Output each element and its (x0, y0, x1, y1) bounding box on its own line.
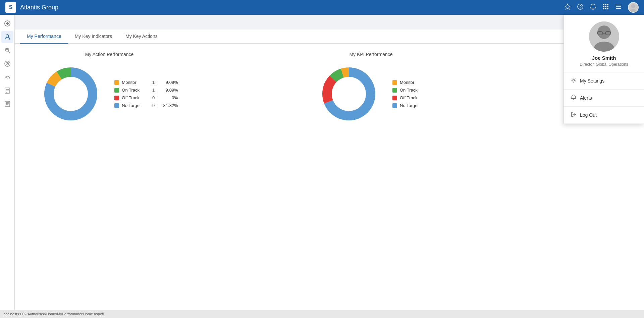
legend-count-monitor: 1 (148, 80, 155, 85)
tab-my-key-indicators[interactable]: My Key Indicators (68, 30, 119, 44)
svg-line-28 (6, 77, 7, 78)
legend-count-offtrack: 0 (148, 95, 155, 100)
svg-rect-7 (605, 6, 606, 7)
sidebar-my-performance[interactable] (1, 31, 13, 43)
svg-point-49 (597, 25, 611, 39)
my-settings-menu-item[interactable]: My Settings (564, 72, 644, 90)
content-area: My Action Performance (15, 44, 644, 132)
svg-point-20 (6, 35, 9, 37)
top-nav: S Atlantis Group ? (0, 0, 644, 15)
action-donut-chart (41, 64, 101, 124)
kpi-legend-color-ontrack (392, 88, 397, 93)
legend-pct-ontrack: 9.09% (161, 88, 178, 93)
legend-label-monitor: Monitor (122, 80, 145, 85)
svg-point-54 (573, 79, 574, 81)
sidebar-add[interactable] (1, 17, 13, 30)
main-content: My Performance My Key Indicators My Key … (15, 30, 644, 318)
sidebar-target[interactable] (1, 58, 13, 70)
kpi-legend-label-ontrack: On Track (400, 88, 423, 93)
action-legend: Monitor 1 | 9.09% On Track 1 | 9.09% (114, 80, 178, 108)
settings-icon (571, 77, 577, 85)
app-logo[interactable]: S (5, 2, 16, 13)
help-icon[interactable]: ? (577, 3, 584, 12)
kpi-legend-notarget: No Target (392, 103, 423, 108)
kpi-legend-color-offtrack (392, 96, 397, 100)
nav-icons: ? (564, 2, 639, 13)
sidebar-documents[interactable] (1, 98, 13, 110)
svg-text:?: ? (579, 5, 582, 9)
legend-label-notarget: No Target (122, 103, 145, 108)
svg-rect-4 (605, 4, 606, 5)
legend-color-notarget (114, 103, 119, 108)
alerts-label: Alerts (580, 95, 592, 101)
legend-pct-monitor: 9.09% (161, 80, 178, 85)
legend-item-monitor: Monitor 1 | 9.09% (114, 80, 178, 85)
svg-point-41 (54, 77, 88, 111)
svg-point-27 (7, 63, 8, 64)
svg-point-16 (630, 9, 637, 12)
kpi-legend-ontrack: On Track (392, 88, 423, 93)
alerts-menu-item[interactable]: Alerts (564, 90, 644, 107)
logout-label: Log Out (580, 112, 597, 118)
svg-rect-11 (607, 8, 608, 9)
hamburger-icon[interactable] (615, 3, 622, 12)
sidebar (0, 15, 15, 318)
svg-point-47 (332, 77, 366, 111)
svg-marker-0 (565, 4, 570, 9)
tab-bar: My Performance My Key Indicators My Key … (15, 30, 644, 44)
svg-rect-10 (605, 8, 606, 9)
kpi-legend-color-notarget (392, 103, 397, 108)
status-url: localhost:8002/Authorised/Home/MyPerform… (3, 312, 104, 316)
svg-rect-9 (603, 8, 604, 9)
user-avatar[interactable] (628, 2, 639, 13)
kpi-legend-offtrack: Off Track (392, 95, 423, 100)
legend-color-monitor (114, 80, 119, 85)
svg-rect-33 (5, 101, 10, 107)
svg-point-24 (6, 48, 8, 50)
kpi-legend-color-monitor (392, 80, 397, 85)
svg-rect-6 (603, 6, 604, 7)
kpi-performance-chart-row: Monitor On Track Off Track No Target (319, 64, 423, 124)
action-performance-section: My Action Performance (25, 52, 193, 124)
notifications-icon[interactable] (590, 3, 596, 12)
profile-header: Joe Smith Director, Global Operations (564, 15, 644, 72)
kpi-legend-label-notarget: No Target (400, 103, 423, 108)
kpi-legend: Monitor On Track Off Track No Target (392, 80, 423, 108)
legend-color-offtrack (114, 96, 119, 100)
kpi-legend-label-monitor: Monitor (400, 80, 423, 85)
profile-name: Joe Smith (592, 55, 616, 61)
svg-rect-3 (603, 4, 604, 5)
kpi-donut-container (319, 64, 379, 124)
action-donut-container (41, 64, 101, 124)
legend-count-ontrack: 1 (148, 88, 155, 93)
tab-my-key-actions[interactable]: My Key Actions (119, 30, 164, 44)
sidebar-reports[interactable] (1, 85, 13, 97)
svg-rect-5 (607, 4, 608, 5)
legend-label-offtrack: Off Track (122, 95, 145, 100)
star-icon[interactable] (564, 3, 571, 12)
legend-pct-offtrack: 0% (161, 95, 178, 100)
legend-color-ontrack (114, 88, 119, 93)
bell-icon (571, 94, 577, 102)
profile-avatar-large (589, 21, 619, 52)
action-performance-title: My Action Performance (85, 52, 134, 57)
status-bar: localhost:8002/Authorised/Home/MyPerform… (0, 310, 644, 318)
tab-my-performance[interactable]: My Performance (20, 30, 68, 44)
my-settings-label: My Settings (580, 78, 604, 84)
profile-popup: Joe Smith Director, Global Operations My… (564, 15, 644, 124)
kpi-legend-monitor: Monitor (392, 80, 423, 85)
grid-icon[interactable] (602, 3, 609, 12)
logout-menu-item[interactable]: Log Out (564, 107, 644, 124)
sidebar-search[interactable] (1, 44, 13, 56)
app-title: Atlantis Group (20, 4, 564, 11)
kpi-performance-title: My KPI Performance (349, 52, 392, 57)
legend-item-notarget: No Target 9 | 81.82% (114, 103, 178, 108)
sidebar-gauge[interactable] (1, 71, 13, 83)
legend-label-ontrack: On Track (122, 88, 145, 93)
action-performance-chart-row: Monitor 1 | 9.09% On Track 1 | 9.09% (41, 64, 178, 124)
kpi-legend-label-offtrack: Off Track (400, 95, 423, 100)
svg-rect-8 (607, 6, 608, 7)
kpi-donut-chart (319, 64, 379, 124)
logout-icon (571, 111, 577, 119)
kpi-performance-section: My KPI Performance (287, 52, 455, 124)
